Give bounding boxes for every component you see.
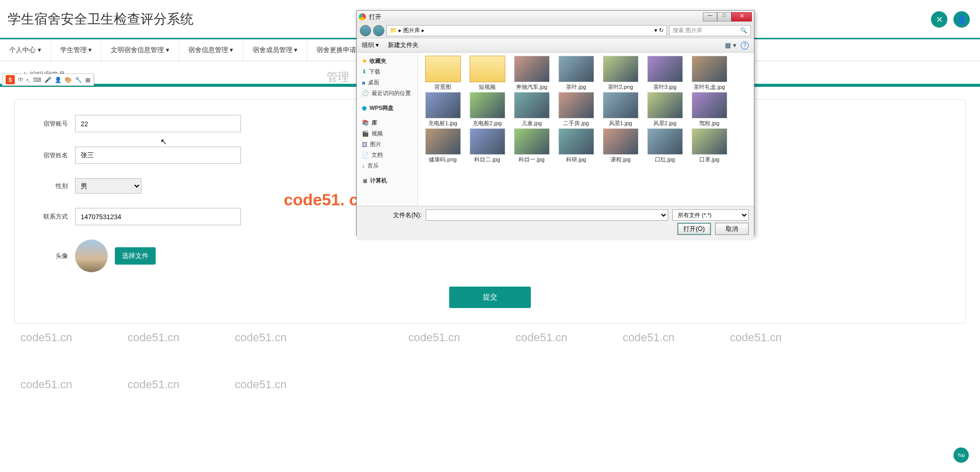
- image-thumbnail: [692, 92, 727, 119]
- watermark: code51.cn: [128, 378, 180, 391]
- filetype-select[interactable]: 所有文件 (*.*): [672, 209, 749, 221]
- refresh-button[interactable]: ✕: [931, 11, 947, 28]
- nav-members[interactable]: 宿舍成员管理 ▾: [243, 39, 308, 61]
- file-item[interactable]: 科研.jpg: [554, 128, 598, 163]
- file-name: 奔驰汽车.jpg: [510, 83, 553, 91]
- file-item[interactable]: 科目一.jpg: [510, 128, 553, 163]
- avatar-preview: [75, 240, 108, 272]
- nav-personal[interactable]: 个人中心 ▾: [0, 39, 51, 61]
- file-name: 茶叶礼盒.jpg: [688, 83, 731, 91]
- ime-punct-icon[interactable]: •,: [27, 77, 30, 83]
- ime-mic-icon[interactable]: 🎤: [44, 77, 52, 83]
- file-item[interactable]: 茶叶2.png: [599, 56, 642, 91]
- image-thumbnail: [558, 56, 594, 82]
- file-name: 风景2.jpg: [643, 120, 687, 127]
- file-grid[interactable]: 背景图短视频奔驰汽车.jpg茶叶.jpg茶叶2.png茶叶3.jpg茶叶礼盒.j…: [418, 53, 754, 206]
- folder-icon: 📁: [390, 27, 397, 34]
- file-item[interactable]: 短视频: [465, 56, 509, 91]
- filename-input[interactable]: [426, 209, 668, 221]
- watermark: code51.cn: [623, 331, 675, 344]
- image-thumbnail: [425, 128, 461, 155]
- select-file-button[interactable]: 选择文件: [115, 247, 156, 265]
- chevron-down-icon[interactable]: ▾: [654, 27, 657, 34]
- watermark: code51.cn: [128, 331, 180, 344]
- close-button[interactable]: ✕: [731, 12, 752, 21]
- view-button[interactable]: ▦ ▾: [725, 41, 737, 50]
- dialog-title: 打开: [369, 13, 703, 21]
- file-item[interactable]: 风景2.jpg: [643, 92, 687, 127]
- organize-menu[interactable]: 组织 ▾: [362, 41, 379, 50]
- open-button[interactable]: 打开(O): [677, 223, 711, 235]
- file-item[interactable]: 背景图: [421, 56, 464, 91]
- search-input[interactable]: 搜索 图片库 🔍: [669, 25, 751, 36]
- file-item[interactable]: 茶叶礼盒.jpg: [688, 56, 731, 91]
- sidebar-video[interactable]: 🎬视频: [357, 128, 418, 139]
- image-thumbnail: [425, 92, 461, 119]
- file-name: 科研.jpg: [554, 156, 598, 163]
- sidebar-picture[interactable]: 🖼图片: [357, 139, 418, 150]
- ime-toolbar[interactable]: S 中 •, ⌨ 🎤 👤 🎨 🔧 ▦: [2, 74, 94, 86]
- ime-lang[interactable]: 中: [18, 76, 23, 84]
- dialog-address-bar: 📁 ▸ 图片库 ▸ ▾ ↻ 搜索 图片库 🔍: [357, 23, 754, 38]
- watermark: code51.cn: [20, 378, 72, 391]
- file-item[interactable]: 充电桩1.jpg: [421, 92, 464, 127]
- sidebar-computer[interactable]: 🖥计算机: [357, 175, 418, 186]
- scroll-top-button[interactable]: Top: [953, 447, 969, 463]
- image-thumbnail: [514, 56, 550, 82]
- file-item[interactable]: 儿童.jpg: [510, 92, 553, 127]
- nav-civilized[interactable]: 文明宿舍信息管理 ▾: [102, 39, 179, 61]
- sidebar-recent[interactable]: 🕘最近访问的位置: [357, 88, 418, 99]
- ime-keyboard-icon[interactable]: ⌨: [33, 77, 41, 83]
- file-item[interactable]: 风景1.jpg: [599, 92, 642, 127]
- account-input[interactable]: [75, 115, 241, 132]
- nav-dorm-info[interactable]: 宿舍信息管理 ▾: [179, 39, 243, 61]
- submit-button[interactable]: 提交: [449, 287, 531, 308]
- file-item[interactable]: 茶叶3.jpg: [643, 56, 687, 91]
- nav-forward-button[interactable]: [373, 25, 384, 36]
- nav-student[interactable]: 学生管理 ▾: [51, 39, 102, 61]
- file-item[interactable]: 二手房.jpg: [554, 92, 598, 127]
- image-thumbnail: [603, 128, 639, 155]
- sidebar-desktop[interactable]: ■桌面: [357, 77, 418, 88]
- phone-input[interactable]: [75, 208, 241, 225]
- file-item[interactable]: 口红.jpg: [643, 128, 687, 163]
- image-thumbnail: [692, 56, 727, 82]
- dialog-titlebar[interactable]: 打开 — □ ✕: [357, 11, 754, 23]
- ime-logo-icon: S: [6, 75, 15, 84]
- file-item[interactable]: 科目二.jpg: [465, 128, 509, 163]
- sidebar-library[interactable]: 📚库: [357, 117, 418, 128]
- sidebar-favorites[interactable]: ★收藏夹: [357, 56, 418, 66]
- ime-grid-icon[interactable]: ▦: [85, 77, 90, 83]
- sidebar-music[interactable]: ♪音乐: [357, 160, 418, 171]
- ime-tool-icon[interactable]: 🔧: [75, 77, 82, 83]
- file-item[interactable]: 奔驰汽车.jpg: [510, 56, 553, 91]
- sidebar-document[interactable]: 📄文档: [357, 150, 418, 160]
- file-open-dialog: 打开 — □ ✕ 📁 ▸ 图片库 ▸ ▾ ↻ 搜索 图片库 🔍 组织 ▾ 新建文…: [356, 10, 754, 236]
- path-box[interactable]: 📁 ▸ 图片库 ▸ ▾ ↻: [386, 25, 667, 36]
- gender-select[interactable]: 男: [75, 178, 141, 194]
- sidebar-wps[interactable]: ◉WPS网盘: [357, 103, 418, 113]
- refresh-icon[interactable]: ↻: [659, 27, 664, 34]
- nav-back-button[interactable]: [360, 25, 371, 36]
- file-item[interactable]: 驾校.jpg: [688, 92, 731, 127]
- sidebar-downloads[interactable]: ⬇下载: [357, 66, 418, 77]
- file-item[interactable]: 茶叶.jpg: [554, 56, 598, 91]
- file-item[interactable]: 口罩.jpg: [688, 128, 731, 163]
- ime-user-icon[interactable]: 👤: [55, 77, 62, 83]
- name-label: 宿管姓名: [27, 151, 68, 160]
- path-segment[interactable]: 图片库: [403, 27, 420, 34]
- name-input[interactable]: [75, 147, 241, 164]
- minimize-button[interactable]: —: [703, 12, 717, 21]
- help-button[interactable]: ?: [741, 41, 749, 50]
- file-item[interactable]: 课程.jpg: [599, 128, 642, 163]
- image-thumbnail: [603, 92, 639, 119]
- cancel-button[interactable]: 取消: [715, 223, 749, 235]
- new-folder-button[interactable]: 新建文件夹: [388, 41, 419, 50]
- user-button[interactable]: 👤: [953, 11, 970, 28]
- file-item[interactable]: 健康码.png: [421, 128, 464, 163]
- maximize-button[interactable]: □: [717, 12, 731, 21]
- image-thumbnail: [647, 56, 683, 82]
- file-item[interactable]: 充电桩2.jpg: [465, 92, 509, 127]
- ime-skin-icon[interactable]: 🎨: [65, 77, 72, 83]
- file-name: 健康码.png: [421, 156, 464, 163]
